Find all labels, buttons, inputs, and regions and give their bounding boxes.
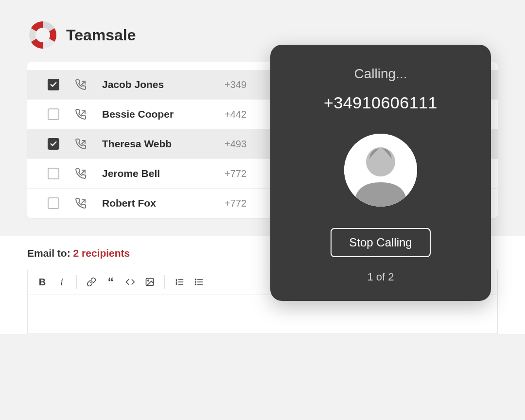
ordered-list-button[interactable] <box>171 273 188 291</box>
toolbar-separator <box>164 275 165 289</box>
contact-name: Jerome Bell <box>102 168 209 179</box>
checkbox[interactable] <box>48 138 59 150</box>
bold-button[interactable]: B <box>34 273 51 291</box>
call-out-icon[interactable] <box>75 197 87 209</box>
svg-point-17 <box>366 147 395 176</box>
contact-phone: +772 <box>225 168 246 179</box>
svg-line-3 <box>82 170 85 174</box>
email-recipients[interactable]: 2 recipients <box>73 247 130 259</box>
link-button[interactable] <box>83 273 100 291</box>
contact-phone: +493 <box>225 139 246 150</box>
unordered-list-button[interactable] <box>190 273 208 291</box>
svg-point-14 <box>195 281 196 282</box>
italic-button[interactable]: i <box>53 273 70 291</box>
checkbox[interactable] <box>48 108 59 120</box>
contact-name: Theresa Webb <box>102 138 209 150</box>
code-button[interactable] <box>122 273 139 291</box>
image-button[interactable] <box>141 273 158 291</box>
quote-button[interactable]: “ <box>102 273 120 291</box>
call-out-icon[interactable] <box>75 168 87 179</box>
svg-line-0 <box>82 81 85 85</box>
dialer-counter: 1 of 2 <box>282 271 479 283</box>
stop-calling-button[interactable]: Stop Calling <box>331 228 430 257</box>
call-out-icon[interactable] <box>75 108 87 120</box>
checkbox[interactable] <box>48 168 59 179</box>
checkbox[interactable] <box>48 79 59 90</box>
contact-name: Jacob Jones <box>102 79 209 90</box>
dialer-card: Calling... +34910606111 Stop Calling 1 o… <box>270 45 491 301</box>
brand-name: Teamsale <box>66 26 136 44</box>
svg-line-2 <box>82 140 85 144</box>
editor-body[interactable] <box>27 295 498 334</box>
contact-phone: +349 <box>225 79 246 90</box>
contact-name: Bessie Cooper <box>102 108 209 120</box>
svg-line-1 <box>82 111 85 114</box>
checkbox[interactable] <box>48 197 59 209</box>
svg-point-13 <box>195 279 196 280</box>
svg-point-6 <box>148 280 149 281</box>
dialer-status: Calling... <box>282 66 479 82</box>
contact-phone: +442 <box>225 109 246 120</box>
brand-logo-icon <box>27 19 58 51</box>
svg-line-4 <box>82 200 85 203</box>
svg-point-15 <box>195 284 196 285</box>
call-out-icon[interactable] <box>75 138 87 150</box>
contact-phone: +772 <box>225 198 246 209</box>
dialer-number: +34910606111 <box>282 93 479 112</box>
contact-name: Robert Fox <box>102 197 209 209</box>
email-to-label: Email to: <box>27 247 70 259</box>
avatar <box>344 134 417 207</box>
call-out-icon[interactable] <box>75 79 87 90</box>
toolbar-separator <box>76 275 77 289</box>
